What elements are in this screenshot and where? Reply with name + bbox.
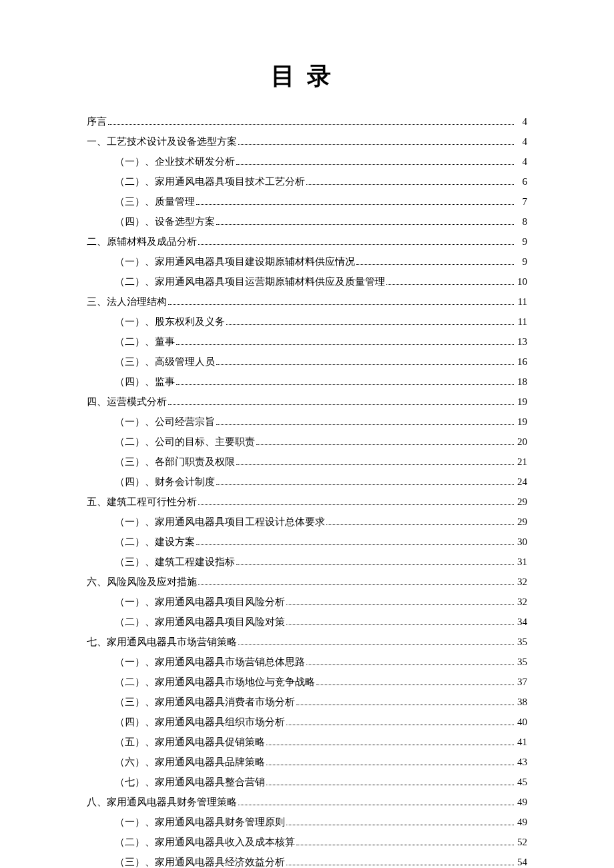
toc-entry-label: （一）、企业技术研发分析	[115, 151, 235, 171]
toc-entry: 四、运营模式分析19	[87, 392, 527, 412]
toc-entry-page: 41	[515, 732, 527, 752]
toc-entry-page: 38	[515, 692, 527, 712]
toc-entry-page: 45	[515, 772, 527, 792]
toc-leader-dots	[286, 616, 514, 626]
toc-leader-dots	[296, 837, 514, 846]
toc-entry-page: 19	[515, 412, 527, 432]
toc-entry-page: 29	[515, 512, 527, 532]
toc-entry: （三）、质量管理7	[87, 191, 527, 211]
toc-leader-dots	[216, 216, 514, 226]
toc-entry: 七、家用通风电器具市场营销策略35	[87, 632, 527, 652]
toc-entry: 一、工艺技术设计及设备选型方案4	[87, 131, 527, 151]
toc-entry-page: 6	[515, 171, 527, 191]
toc-entry: （四）、设备选型方案8	[87, 211, 527, 232]
toc-leader-dots	[226, 316, 514, 326]
toc-leader-dots	[168, 296, 514, 306]
toc-entry-page: 8	[515, 211, 527, 232]
toc-entry-label: （五）、家用通风电器具促销策略	[115, 732, 265, 752]
toc-entry-page: 19	[515, 392, 527, 412]
toc-entry-label: （一）、股东权利及义务	[115, 312, 225, 332]
toc-entry: （二）、公司的目标、主要职责20	[87, 432, 527, 452]
toc-leader-dots	[256, 436, 514, 446]
toc-entry-page: 49	[515, 792, 527, 812]
toc-entry-label: （二）、家用通风电器具项目风险对策	[115, 612, 285, 632]
toc-entry-page: 24	[515, 472, 527, 492]
toc-leader-dots	[108, 116, 514, 125]
toc-entry-label: 二、原辅材料及成品分析	[87, 232, 197, 252]
toc-leader-dots	[176, 376, 514, 386]
toc-entry: 二、原辅材料及成品分析9	[87, 232, 527, 252]
toc-leader-dots	[198, 236, 514, 246]
toc-entry-label: （一）、家用通风电器具财务管理原则	[115, 812, 285, 832]
toc-leader-dots	[196, 536, 514, 546]
toc-entry-label: 四、运营模式分析	[87, 392, 167, 412]
toc-entry-page: 9	[515, 232, 527, 252]
toc-entry-label: （七）、家用通风电器具整合营销	[115, 772, 265, 792]
toc-entry: （六）、家用通风电器具品牌策略43	[87, 752, 527, 772]
toc-leader-dots	[198, 496, 514, 506]
toc-leader-dots	[236, 556, 514, 566]
toc-entry: 五、建筑工程可行性分析29	[87, 492, 527, 512]
toc-entry: （一）、公司经营宗旨19	[87, 412, 527, 432]
toc-entry: （二）、家用通风电器具收入及成本核算52	[87, 832, 527, 852]
toc-entry: （二）、家用通风电器具项目风险对策34	[87, 612, 527, 632]
toc-leader-dots	[296, 697, 514, 706]
toc-entry-page: 11	[515, 312, 527, 332]
table-of-contents: 序言4一、工艺技术设计及设备选型方案4（一）、企业技术研发分析4（二）、家用通风…	[87, 111, 527, 868]
toc-entry: 六、风险风险及应对措施32	[87, 572, 527, 592]
toc-entry: （一）、股东权利及义务11	[87, 312, 527, 332]
toc-entry: （四）、监事18	[87, 372, 527, 392]
toc-entry-label: 五、建筑工程可行性分析	[87, 492, 197, 512]
toc-leader-dots	[356, 256, 514, 266]
toc-leader-dots	[306, 176, 514, 185]
toc-entry-page: 16	[515, 352, 527, 372]
toc-entry-page: 10	[515, 272, 527, 292]
page-title: 目录	[87, 60, 527, 93]
toc-entry: 八、家用通风电器具财务管理策略49	[87, 792, 527, 812]
toc-entry-page: 32	[515, 572, 527, 592]
toc-entry-label: （一）、家用通风电器具项目风险分析	[115, 592, 285, 612]
toc-entry-label: （二）、建设方案	[115, 532, 195, 552]
toc-entry-label: 七、家用通风电器具市场营销策略	[87, 632, 237, 652]
toc-entry: （三）、各部门职责及权限21	[87, 452, 527, 472]
toc-entry-page: 31	[515, 552, 527, 572]
toc-entry-page: 11	[515, 292, 527, 312]
toc-entry-page: 54	[515, 852, 527, 868]
toc-entry-page: 34	[515, 612, 527, 632]
toc-entry-page: 32	[515, 592, 527, 612]
toc-leader-dots	[238, 797, 514, 806]
toc-entry-label: （二）、家用通风电器具项目运营期原辅材料供应及质量管理	[115, 272, 385, 292]
toc-entry-label: （四）、财务会计制度	[115, 472, 215, 492]
toc-entry: （一）、家用通风电器具项目风险分析32	[87, 592, 527, 612]
toc-leader-dots	[196, 196, 514, 205]
toc-entry: （五）、家用通风电器具促销策略41	[87, 732, 527, 752]
toc-entry-label: （三）、各部门职责及权限	[115, 452, 235, 472]
toc-entry-page: 4	[515, 131, 527, 151]
toc-leader-dots	[306, 657, 514, 666]
toc-entry-page: 52	[515, 832, 527, 852]
toc-entry-page: 49	[515, 812, 527, 832]
toc-entry: （三）、高级管理人员16	[87, 352, 527, 372]
toc-leader-dots	[236, 156, 514, 165]
toc-entry-label: （三）、建筑工程建设指标	[115, 552, 235, 572]
toc-leader-dots	[266, 737, 514, 746]
toc-entry: （二）、家用通风电器具项目运营期原辅材料供应及质量管理10	[87, 272, 527, 292]
toc-entry-page: 7	[515, 191, 527, 211]
toc-entry-page: 13	[515, 332, 527, 352]
toc-leader-dots	[176, 336, 514, 346]
toc-entry-label: （三）、家用通风电器具经济效益分析	[115, 852, 285, 868]
toc-leader-dots	[238, 636, 514, 646]
toc-leader-dots	[238, 136, 514, 145]
toc-entry-page: 29	[515, 492, 527, 512]
toc-entry-page: 9	[515, 252, 527, 272]
toc-entry-label: 八、家用通风电器具财务管理策略	[87, 792, 237, 812]
toc-entry-label: （三）、高级管理人员	[115, 352, 215, 372]
toc-entry: （一）、企业技术研发分析4	[87, 151, 527, 171]
toc-entry-label: （四）、设备选型方案	[115, 211, 215, 232]
toc-entry-label: （二）、家用通风电器具收入及成本核算	[115, 832, 295, 852]
toc-entry: 序言4	[87, 111, 527, 131]
toc-entry-page: 4	[515, 151, 527, 171]
toc-leader-dots	[168, 396, 514, 406]
toc-entry: （二）、建设方案30	[87, 532, 527, 552]
toc-entry: （一）、家用通风电器具财务管理原则49	[87, 812, 527, 832]
